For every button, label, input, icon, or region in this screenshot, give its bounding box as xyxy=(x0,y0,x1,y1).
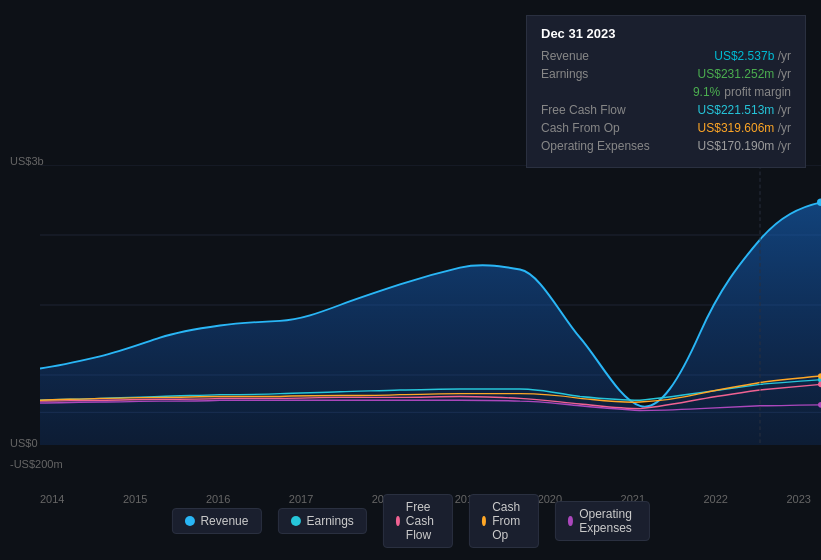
tooltip-row-earnings: Earnings US$231.252m /yr xyxy=(541,67,791,81)
data-tooltip: Dec 31 2023 Revenue US$2.537b /yr Earnin… xyxy=(526,15,806,168)
x-label-2015: 2015 xyxy=(123,493,147,505)
profit-label: profit margin xyxy=(724,85,791,99)
tooltip-row-cashop: Cash From Op US$319.606m /yr xyxy=(541,121,791,135)
tooltip-row-revenue: Revenue US$2.537b /yr xyxy=(541,49,791,63)
revenue-dot xyxy=(184,516,194,526)
fcf-dot xyxy=(396,516,400,526)
earnings-value: US$231.252m /yr xyxy=(698,67,791,81)
y-axis-zero: US$0 xyxy=(10,437,38,449)
y-axis-negative: -US$200m xyxy=(10,458,63,470)
chart-legend: Revenue Earnings Free Cash Flow Cash Fro… xyxy=(171,494,649,548)
opex-dot xyxy=(568,516,573,526)
fcf-value: US$221.513m /yr xyxy=(698,103,791,117)
tooltip-profit-margin: 9.1% profit margin xyxy=(541,85,791,99)
legend-cashop-label: Cash From Op xyxy=(492,500,526,542)
x-label-2022: 2022 xyxy=(704,493,728,505)
legend-fcf[interactable]: Free Cash Flow xyxy=(383,494,453,548)
tooltip-title: Dec 31 2023 xyxy=(541,26,791,41)
profit-pct: 9.1% xyxy=(693,85,720,99)
cashop-value: US$319.606m /yr xyxy=(698,121,791,135)
legend-opex[interactable]: Operating Expenses xyxy=(555,501,650,541)
revenue-value: US$2.537b /yr xyxy=(714,49,791,63)
earnings-dot xyxy=(290,516,300,526)
tooltip-row-opex: Operating Expenses US$170.190m /yr xyxy=(541,139,791,153)
legend-cashop[interactable]: Cash From Op xyxy=(469,494,539,548)
legend-revenue-label: Revenue xyxy=(200,514,248,528)
cashop-dot xyxy=(482,516,486,526)
y-axis-top: US$3b xyxy=(10,155,44,167)
chart-svg xyxy=(40,165,821,445)
legend-earnings-label: Earnings xyxy=(306,514,353,528)
opex-value: US$170.190m /yr xyxy=(698,139,791,153)
revenue-label: Revenue xyxy=(541,49,651,63)
legend-revenue[interactable]: Revenue xyxy=(171,508,261,534)
x-label-2023: 2023 xyxy=(786,493,810,505)
opex-label: Operating Expenses xyxy=(541,139,651,153)
cashop-label: Cash From Op xyxy=(541,121,651,135)
fcf-label: Free Cash Flow xyxy=(541,103,651,117)
legend-fcf-label: Free Cash Flow xyxy=(406,500,440,542)
legend-opex-label: Operating Expenses xyxy=(579,507,636,535)
x-label-2014: 2014 xyxy=(40,493,64,505)
legend-earnings[interactable]: Earnings xyxy=(277,508,366,534)
earnings-label: Earnings xyxy=(541,67,651,81)
tooltip-row-fcf: Free Cash Flow US$221.513m /yr xyxy=(541,103,791,117)
